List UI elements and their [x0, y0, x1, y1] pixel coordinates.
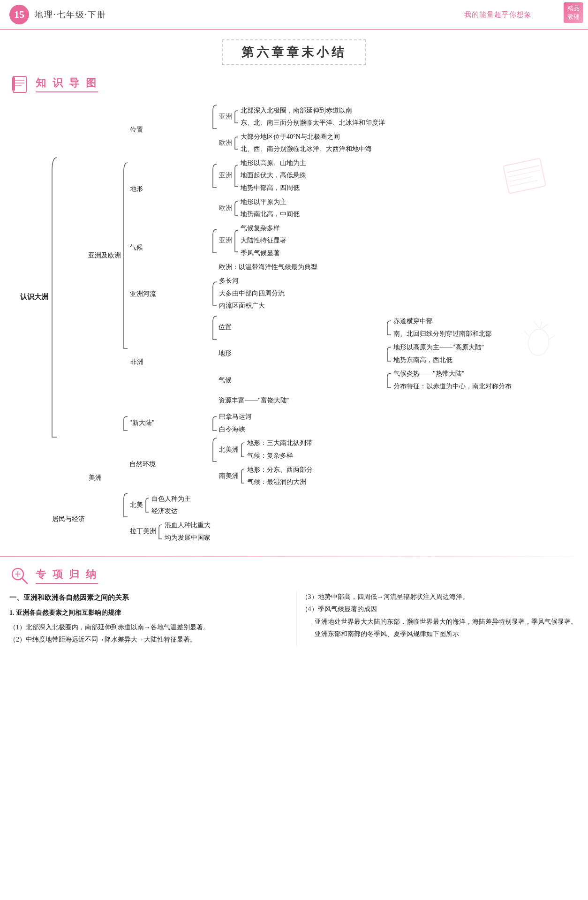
asia-ter-1: 地形以高原、山地为主 — [241, 157, 306, 170]
latin-am-label: 拉丁美洲 — [130, 525, 156, 538]
notebook-icon — [9, 74, 30, 94]
section2-title: 专 项 归 纳 — [36, 567, 98, 584]
summary-point1-4-detail2: 亚洲东部和南部的冬季风、夏季风规律如下图所示 — [302, 628, 579, 641]
asia-pos-label: 亚洲 — [219, 111, 232, 123]
summary-right: （3）地势中部高，四周低→河流呈辐射状注入周边海洋。 （4）季风气候显著的成因 … — [296, 591, 579, 646]
south-am-brace — [241, 468, 245, 484]
south-am-ter: 地形：分东、西两部分 — [247, 464, 313, 476]
south-am-cli: 气候：最湿润的大洲 — [247, 476, 313, 489]
afr-pos-2: 南、北回归线分别穿过南部和北部 — [393, 328, 512, 340]
page-header: 15 地理·七年级·下册 我的能量超乎你想象 精品 教辅 — [0, 0, 588, 30]
europe-ter-1: 地形以平原为主 — [241, 196, 300, 209]
header-slogan: 我的能量超乎你想象 — [464, 10, 532, 19]
svg-line-18 — [524, 331, 529, 336]
africa-label: 非洲 — [130, 358, 143, 365]
chapter-title: 第六章章末小结 — [222, 39, 366, 65]
asia-ter-label: 亚洲 — [219, 169, 232, 182]
summary-point1-1: （1）北部深入北极圈内，南部延伸到赤道以南→各地气温差别显著。 — [9, 621, 287, 634]
summary-point1-title: 1. 亚洲各自然要素之间相互影响的规律 — [9, 607, 287, 620]
new-cont-2: 白令海峡 — [219, 424, 385, 436]
new-continent-label: "新大陆" — [129, 419, 154, 426]
climate-label: 气候 — [130, 244, 143, 251]
recognize-continents-label: 认识大洲 — [20, 293, 48, 301]
natural-env-label: 自然环境 — [129, 461, 156, 468]
terrain-label: 地形 — [130, 185, 143, 192]
riv-brace-svg — [212, 281, 218, 306]
afr-ter-2: 地势东南高，西北低 — [393, 354, 512, 367]
svg-rect-9 — [503, 158, 546, 193]
residents-economy-label: 居民与经济 — [52, 515, 85, 522]
europe-ter-2: 地势南北高，中间低 — [241, 208, 300, 221]
latin-am-1: 混血人种比重大 — [165, 519, 211, 532]
svg-line-6 — [22, 578, 27, 583]
asia-europe-label: 亚洲及欧洲 — [88, 252, 121, 259]
americas-label: 美洲 — [89, 474, 102, 481]
position-label: 位置 — [130, 126, 143, 133]
asia-cli-1: 气候复杂多样 — [241, 222, 286, 235]
europe-pos-1: 大部分地区位于40°N与北极圈之间 — [241, 131, 372, 144]
asia-ter-brace — [234, 164, 239, 188]
latin-am-2: 均为发展中国家 — [165, 532, 211, 545]
afr-cli-1: 气候炎热——"热带大陆" — [393, 368, 512, 380]
header-title: 地理·七年级·下册 — [35, 9, 106, 20]
africa-pos-label: 位置 — [219, 324, 232, 331]
am-brace-svg — [123, 416, 128, 431]
summary-content: 一、亚洲和欧洲各自然因素之间的关系 1. 亚洲各自然要素之间相互影响的规律 （1… — [0, 591, 588, 646]
north-am-peo-2: 经济发达 — [151, 505, 191, 518]
svg-point-14 — [527, 328, 550, 357]
asia-ter-2: 地面起伏大，高低悬殊 — [241, 169, 306, 182]
afr-pos-brace — [386, 320, 392, 336]
north-am-ter: 地形：三大南北纵列带 — [247, 437, 313, 450]
north-am-cli: 气候：复杂多样 — [247, 450, 313, 462]
new-cont-1: 巴拿马运河 — [219, 411, 385, 424]
section-divider — [0, 556, 588, 557]
ter-brace-svg — [212, 163, 218, 189]
svg-line-19 — [550, 334, 555, 340]
pos-brace-svg — [212, 104, 218, 129]
rivers-label: 亚洲河流 — [130, 290, 156, 297]
europe-pos-2: 北、西、南分别濒临北冰洋、大西洋和地中海 — [241, 143, 372, 156]
asia-pos-1: 北部深入北极圈，南部延伸到赤道以南 — [241, 105, 385, 117]
section2-header: 专 项 归 纳 — [9, 566, 579, 586]
summary-point1-3: （3）地势中部高，四周低→河流呈辐射状注入周边海洋。 — [302, 591, 579, 604]
mindmap-table: 认识大洲 亚洲及欧洲 位置 — [19, 104, 513, 546]
summary-point1-4-title: （4）季风气候显著的成因 — [302, 603, 579, 616]
section1-title: 知 识 导 图 — [36, 76, 98, 92]
svg-line-12 — [509, 177, 532, 182]
header-badge: 精品 教辅 — [564, 2, 583, 23]
summary-left: 一、亚洲和欧洲各自然因素之间的关系 1. 亚洲各自然要素之间相互影响的规律 （1… — [9, 591, 296, 646]
asia-cli-label: 亚洲 — [219, 234, 232, 247]
asia-cli-brace — [234, 229, 239, 253]
asia-pos-brace — [234, 110, 239, 124]
chapter-title-section: 第六章章末小结 — [0, 39, 588, 65]
north-am-label: 北美洲 — [219, 444, 239, 456]
afr-ter-brace — [386, 346, 392, 362]
north-am-peo-brace — [145, 497, 150, 513]
page-number: 15 — [9, 5, 29, 24]
decorative-hand — [520, 317, 558, 365]
africa-cli-label: 气候 — [219, 377, 232, 384]
asia-pos-2: 东、北、南三面分别濒临太平洋、北冰洋和印度洋 — [241, 117, 385, 129]
europe-pos-label: 欧洲 — [219, 137, 232, 150]
asia-cli-2: 大陆性特征显著 — [241, 234, 286, 247]
asia-ter-3: 地势中部高，四周低 — [241, 182, 306, 195]
riv-1: 多长河 — [219, 275, 385, 287]
europe-ter-label: 欧洲 — [219, 202, 232, 215]
svg-rect-0 — [13, 76, 26, 92]
africa-resources: 资源丰富——"富饶大陆" — [219, 397, 289, 404]
asia-europe-brace-svg — [123, 162, 128, 349]
europe-ter-brace — [234, 200, 239, 216]
europe-pos-brace — [234, 136, 239, 150]
summary-point1-4-detail: 亚洲地处世界最大大陆的东部，濒临世界最大的海洋，海陆差异特别显著，季风气候显著。 — [302, 616, 579, 628]
main-brace-svg — [51, 157, 58, 438]
asia-cli-3: 季风气候显著 — [241, 247, 286, 260]
north-am-peo-1: 白色人种为主 — [151, 493, 191, 506]
nat-brace-svg — [212, 437, 218, 462]
riv-2: 大多由中部向四周分流 — [219, 287, 385, 300]
magnifier-icon — [9, 566, 30, 586]
africa-ter-label: 地形 — [219, 350, 232, 357]
afr-ter-1: 地形以高原为主——"高原大陆" — [393, 341, 512, 354]
res-brace-svg — [123, 492, 128, 518]
section1-header: 知 识 导 图 — [9, 74, 579, 94]
south-am-label: 南美洲 — [219, 470, 239, 483]
